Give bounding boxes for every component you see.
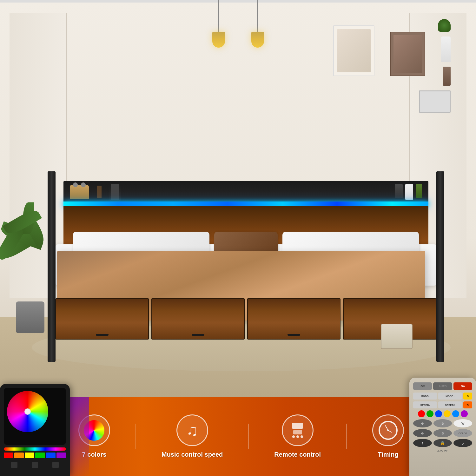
feature-label-timing: Timing (378, 451, 398, 458)
phone-stand (109, 182, 121, 202)
feature-music: ♫ Music control speed (162, 414, 223, 458)
remote-btn-off[interactable]: Off (413, 382, 432, 390)
shelf-items (70, 182, 422, 202)
phone-screen (4, 388, 66, 445)
remote-color-blue[interactable] (435, 410, 442, 417)
phone-icon-1 (11, 462, 17, 468)
remote-icon-dots (292, 435, 303, 438)
phone-controls (4, 447, 66, 468)
color-wheel (7, 391, 48, 432)
feature-circle-remote (282, 414, 314, 446)
color-grid (4, 453, 66, 458)
remote-grid-btn-lock[interactable]: 🔒 (433, 439, 452, 447)
remote-dot-3 (301, 435, 303, 438)
headboard-shelf (63, 181, 428, 203)
item-2 (405, 184, 413, 200)
plant-pot (16, 301, 44, 333)
product-image-area (0, 0, 476, 397)
plant (16, 301, 44, 333)
clock-center-dot (387, 430, 389, 431)
drawer-3 (247, 298, 340, 340)
remote-btn-sun-2[interactable]: ☀ (463, 401, 472, 408)
swatch-orange (14, 453, 24, 458)
remote-control: Off AUTO On MODE- MODE+ ☀ SPEED- SPEED+ … (409, 378, 476, 476)
phone-icon-3 (52, 462, 59, 468)
swatch-red (4, 453, 13, 458)
small-plant (438, 19, 451, 32)
remote-speed-row: SPEED- SPEED+ ☀ (413, 401, 472, 408)
remote-btn-speed-minus[interactable]: SPEED- (413, 401, 437, 408)
remote-color-row (413, 410, 472, 417)
remote-dot-2 (296, 435, 299, 438)
light-2 (257, 0, 258, 63)
light-cord-1 (218, 0, 219, 38)
features-area: 7 colors ♫ Music control speed (76, 414, 406, 458)
remote-color-yellow[interactable] (444, 410, 451, 417)
right-decor (419, 19, 451, 113)
remote-color-cyan[interactable] (452, 410, 459, 417)
remote-color-red[interactable] (418, 410, 425, 417)
decor-vase-1 (441, 36, 451, 62)
remote-btn-mode-plus[interactable]: MODE+ (438, 393, 462, 400)
remote-grid-btn-w[interactable]: W (453, 419, 472, 427)
remote-grid-btn-note[interactable]: ♪ (413, 439, 432, 447)
remote-top-row: Off AUTO On (413, 382, 472, 390)
remote-dot-1 (292, 435, 295, 438)
divider-1 (136, 424, 136, 449)
light-1 (218, 0, 219, 63)
color-wheel-center (24, 408, 31, 415)
light-cord-2 (257, 0, 258, 38)
remote-color-purple[interactable] (461, 410, 468, 417)
main-container: 7 colors ♫ Music control speed (0, 0, 476, 476)
storage-basket (381, 324, 413, 349)
remote-grid-btn-note2[interactable]: ♪ (453, 439, 472, 447)
phone-icons (4, 462, 66, 468)
feature-timing: Timing (372, 414, 404, 458)
remote-btn-mode-minus[interactable]: MODE- (413, 393, 437, 400)
remote-btn-auto[interactable]: AUTO (433, 382, 452, 390)
remote-grid-btn-4[interactable]: ⊙ (413, 429, 432, 437)
swatch-yellow (25, 453, 34, 458)
drawer-2 (151, 298, 245, 340)
remote-icon-top (292, 423, 303, 429)
shelf-items-right (395, 184, 422, 200)
drawer-1 (56, 298, 149, 340)
decor-vase-2 (443, 67, 451, 86)
divider-2 (248, 424, 249, 449)
remote-button-grid: ⊙ ⊙ W ⊙ ⊙ COLOR ♪ 🔒 ♪ (413, 419, 472, 447)
swatch-blue (46, 453, 56, 458)
feature-label-remote: Remote control (274, 451, 321, 458)
phone-app-mockup (0, 384, 70, 476)
feature-label-music: Music control speed (162, 451, 223, 458)
bottom-bar: 7 colors ♫ Music control speed (0, 397, 476, 476)
remote-mode-row: MODE- MODE+ ☀ (413, 393, 472, 400)
feature-circle-timing (372, 414, 404, 446)
remote-btn-speed-plus[interactable]: SPEED+ (438, 401, 462, 408)
feature-remote: Remote control (274, 414, 321, 458)
remote-label: 2.4G RF (413, 449, 472, 452)
swatch-green (35, 453, 45, 458)
drawer-row (56, 298, 436, 340)
shelf-item-small (97, 186, 102, 198)
led-strip-top (63, 202, 428, 206)
feature-circle-music: ♫ (176, 414, 208, 446)
remote-grid-btn-color[interactable]: COLOR (453, 429, 472, 437)
color-slider (4, 447, 66, 451)
remote-btn-sun-1[interactable]: ☀ (463, 393, 472, 400)
remote-btn-on[interactable]: On (453, 382, 472, 390)
remote-icon-bottom (293, 430, 302, 434)
remote-grid-btn-5[interactable]: ⊙ (433, 429, 452, 437)
remote-color-green[interactable] (426, 410, 433, 417)
ceiling-lights (0, 0, 476, 63)
divider-3 (346, 424, 347, 449)
clock-icon (379, 421, 398, 440)
photo-frame (419, 90, 451, 113)
remote-grid-btn-1[interactable]: ⊙ (413, 419, 432, 427)
swatch-purple (56, 453, 66, 458)
alarm-clock (70, 185, 89, 199)
phone-icon-2 (32, 462, 38, 468)
remote-grid-btn-2[interactable]: ⊙ (433, 419, 452, 427)
item-3 (416, 184, 422, 198)
music-icon: ♫ (186, 421, 198, 440)
remote-icon-group (292, 423, 303, 438)
